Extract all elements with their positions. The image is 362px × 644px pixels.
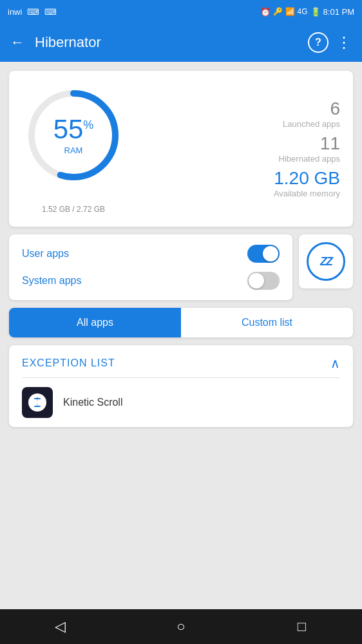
bottom-nav: ◁ ○ □ [0, 609, 362, 644]
usb2-icon: ⌨ [44, 7, 57, 17]
back-button[interactable]: ← [10, 34, 24, 51]
app-bar: ← Hibernator ? ⋮ [0, 23, 362, 62]
available-memory-stat: 1.20 GB Available memory [138, 169, 340, 198]
available-memory-value: 1.20 GB [138, 169, 340, 189]
sleep-icon: ZZ [307, 242, 345, 281]
percent-value: 55% [53, 116, 94, 143]
system-apps-label: System apps [22, 275, 81, 287]
hibernated-label: Hibernated apps [138, 154, 340, 164]
network-label: 4G [298, 7, 308, 16]
svg-rect-6 [34, 406, 41, 407]
hibernated-apps-stat: 11 Hibernated apps [138, 134, 340, 164]
help-button[interactable]: ? [308, 32, 329, 53]
stats-card: 55% RAM 1.52 GB / 2.72 GB 6 Launched app… [9, 71, 353, 227]
more-button[interactable]: ⋮ [336, 33, 352, 52]
available-label: Available memory [138, 189, 340, 198]
nav-recent-button[interactable]: □ [282, 609, 321, 644]
time-label: 8:01 PM [323, 7, 354, 17]
user-apps-row: User apps [22, 245, 280, 263]
toggles-card: User apps System apps [9, 234, 292, 300]
nav-home-button[interactable]: ○ [162, 609, 200, 644]
system-apps-toggle[interactable] [247, 272, 280, 290]
app-name: Kinetic Scroll [63, 397, 122, 408]
controls-row: User apps System apps ZZ [9, 234, 353, 300]
status-bar: inwi ⌨ ⌨ ⏰ 🔑 📶 4G 🔋 8:01 PM [0, 0, 362, 23]
launched-apps-stat: 6 Launched apps [138, 99, 340, 129]
app-bar-actions: ? ⋮ [308, 32, 352, 53]
user-apps-toggle[interactable] [247, 245, 280, 263]
launched-label: Launched apps [138, 119, 340, 129]
ram-label: RAM [53, 146, 94, 155]
app-title: Hibernator [35, 34, 308, 51]
exception-title: Exception List [22, 357, 115, 369]
status-left: inwi ⌨ ⌨ [8, 7, 57, 17]
status-right: ⏰ 🔑 📶 4G 🔋 8:01 PM [260, 7, 354, 17]
exception-collapse-icon[interactable]: ∧ [330, 355, 340, 371]
alarm-icon: ⏰ [260, 7, 271, 17]
system-apps-knob [249, 273, 264, 289]
list-item: ↑ ↓ Kinetic Scroll [9, 378, 353, 427]
svg-rect-5 [34, 398, 41, 399]
app-icon: ↑ ↓ [22, 387, 53, 418]
ram-values: 1.52 GB / 2.72 GB [42, 205, 105, 214]
nav-back-button[interactable]: ◁ [41, 609, 80, 644]
user-apps-knob [263, 246, 278, 261]
tab-row: All apps Custom list [9, 308, 353, 337]
sleep-button[interactable]: ZZ [299, 234, 353, 289]
usb1-icon: ⌨ [27, 7, 39, 17]
system-apps-row: System apps [22, 272, 280, 290]
circle-label: 55% RAM [53, 116, 94, 155]
kinetic-scroll-icon: ↑ ↓ [27, 392, 48, 413]
launched-count: 6 [138, 99, 340, 119]
main-content: 55% RAM 1.52 GB / 2.72 GB 6 Launched app… [0, 62, 362, 609]
exception-card: Exception List ∧ ↑ ↓ Kinetic Scroll [9, 345, 353, 427]
custom-list-tab[interactable]: Custom list [181, 308, 353, 337]
all-apps-tab[interactable]: All apps [9, 308, 181, 337]
vpn-icon: 🔑 [273, 7, 283, 16]
svg-text:↓: ↓ [36, 402, 39, 408]
carrier-label: inwi [8, 7, 22, 17]
exception-header: Exception List ∧ [9, 345, 353, 377]
wifi-icon: 📶 [285, 7, 295, 16]
hibernated-count: 11 [138, 134, 340, 154]
user-apps-label: User apps [22, 248, 69, 260]
ram-circle: 55% RAM [22, 84, 125, 187]
stats-right: 6 Launched apps 11 Hibernated apps 1.20 … [125, 99, 340, 198]
battery-icon: 🔋 [310, 7, 321, 17]
